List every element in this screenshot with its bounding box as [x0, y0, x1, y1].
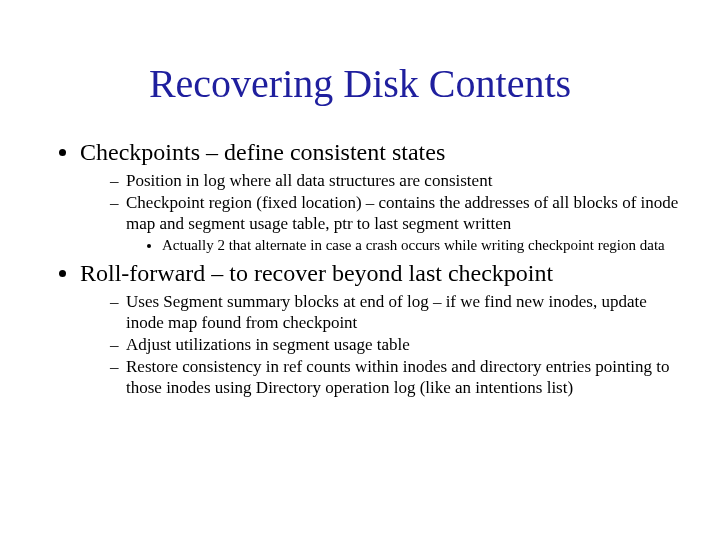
bullet-list: Checkpoints – define consistent states P… — [40, 137, 680, 398]
slide-title: Recovering Disk Contents — [40, 0, 680, 137]
sub-bullet: Restore consistency in ref counts within… — [110, 357, 680, 398]
sub-sub-bullet-text: Actually 2 that alternate in case a cras… — [162, 237, 665, 253]
sub-bullet-text: Position in log where all data structure… — [126, 171, 492, 190]
bullet-rollforward: Roll-forward – to recover beyond last ch… — [80, 258, 680, 398]
sub-list: Uses Segment summary blocks at end of lo… — [80, 292, 680, 398]
sub-bullet-text: Restore consistency in ref counts within… — [126, 357, 669, 396]
sub-sub-bullet: Actually 2 that alternate in case a cras… — [162, 236, 680, 254]
sub-list: Position in log where all data structure… — [80, 171, 680, 254]
sub-bullet: Adjust utilizations in segment usage tab… — [110, 335, 680, 355]
sub-sub-list: Actually 2 that alternate in case a cras… — [126, 236, 680, 254]
bullet-text: Roll-forward – to recover beyond last ch… — [80, 260, 553, 286]
bullet-checkpoints: Checkpoints – define consistent states P… — [80, 137, 680, 254]
slide: Recovering Disk Contents Checkpoints – d… — [0, 0, 720, 540]
sub-bullet: Uses Segment summary blocks at end of lo… — [110, 292, 680, 333]
bullet-text: Checkpoints – define consistent states — [80, 139, 445, 165]
sub-bullet: Checkpoint region (fixed location) – con… — [110, 193, 680, 254]
sub-bullet-text: Checkpoint region (fixed location) – con… — [126, 193, 678, 232]
sub-bullet-text: Adjust utilizations in segment usage tab… — [126, 335, 410, 354]
sub-bullet: Position in log where all data structure… — [110, 171, 680, 191]
sub-bullet-text: Uses Segment summary blocks at end of lo… — [126, 292, 647, 331]
